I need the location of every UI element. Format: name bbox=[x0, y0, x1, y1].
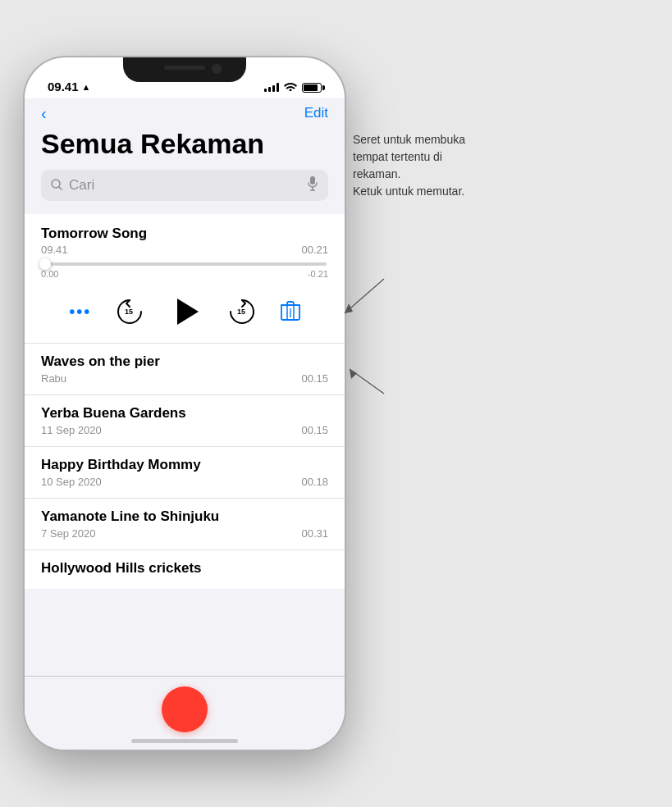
back-button[interactable]: ‹ bbox=[41, 105, 47, 121]
expanded-recording-meta: 09.41 00.21 bbox=[41, 244, 328, 256]
time-display: 09.41 bbox=[48, 80, 79, 93]
item-meta: 7 Sep 2020 00.31 bbox=[41, 527, 328, 540]
play-icon bbox=[177, 299, 199, 325]
home-indicator bbox=[131, 739, 238, 743]
item-duration: 00.15 bbox=[301, 424, 328, 436]
scrubber-start-label: 0.00 bbox=[41, 269, 58, 279]
svg-text:15: 15 bbox=[237, 308, 245, 316]
more-options-button[interactable]: ••• bbox=[69, 303, 91, 321]
svg-line-14 bbox=[350, 369, 384, 394]
search-bar[interactable]: Cari bbox=[41, 170, 328, 201]
svg-text:15: 15 bbox=[125, 308, 133, 316]
item-meta: 11 Sep 2020 00.15 bbox=[41, 424, 328, 436]
expanded-duration: 00.21 bbox=[301, 244, 328, 256]
list-item[interactable]: Waves on the pier Rabu 00.15 bbox=[25, 344, 345, 395]
item-meta: 10 Sep 2020 00.18 bbox=[41, 476, 328, 488]
item-meta: Rabu 00.15 bbox=[41, 372, 328, 385]
scrubber-end-label: -0.21 bbox=[308, 269, 328, 279]
notch bbox=[123, 57, 246, 82]
scrubber-track[interactable] bbox=[43, 262, 327, 266]
recording-list: Waves on the pier Rabu 00.15 Yerba Buena… bbox=[25, 344, 345, 589]
status-icons bbox=[264, 81, 322, 93]
list-item[interactable]: Yerba Buena Gardens 11 Sep 2020 00.15 bbox=[25, 395, 345, 447]
playback-controls: ••• 15 bbox=[41, 282, 328, 343]
location-icon: ▲ bbox=[82, 82, 91, 92]
scrubber[interactable]: 0.00 -0.21 bbox=[41, 256, 328, 282]
scrubber-thumb[interactable] bbox=[39, 258, 51, 270]
delete-button[interactable] bbox=[281, 301, 300, 322]
callout-play-text: Ketuk untuk memutar. bbox=[353, 183, 624, 200]
item-duration: 00.15 bbox=[301, 372, 328, 385]
speaker bbox=[164, 66, 205, 70]
item-date: 11 Sep 2020 bbox=[41, 424, 102, 436]
page-title: Semua Rekaman bbox=[25, 125, 345, 170]
skip-back-button[interactable]: 15 bbox=[115, 297, 144, 326]
more-dots-icon: ••• bbox=[69, 303, 91, 321]
item-title: Hollywood Hills crickets bbox=[41, 560, 328, 577]
item-title: Waves on the pier bbox=[41, 353, 328, 370]
microphone-icon[interactable] bbox=[307, 176, 318, 194]
camera bbox=[212, 64, 222, 74]
annotations: Seret untuk membuka tempat tertentu di r… bbox=[353, 131, 624, 200]
status-time: 09.41 ▲ bbox=[48, 80, 90, 93]
expanded-recording-title: Tomorrow Song bbox=[41, 226, 328, 242]
search-icon bbox=[51, 179, 62, 193]
search-placeholder: Cari bbox=[69, 177, 300, 194]
item-title: Yamanote Line to Shinjuku bbox=[41, 508, 328, 525]
callout-scrubber-text: Seret untuk membuka tempat tertentu di r… bbox=[353, 131, 624, 183]
signal-bars bbox=[264, 83, 279, 92]
svg-marker-13 bbox=[345, 303, 353, 313]
record-button[interactable] bbox=[162, 686, 208, 732]
list-item[interactable]: Hollywood Hills crickets bbox=[25, 550, 345, 589]
svg-marker-15 bbox=[350, 369, 357, 379]
item-title: Happy Birthday Mommy bbox=[41, 457, 328, 473]
battery-icon bbox=[302, 83, 322, 93]
svg-rect-2 bbox=[310, 176, 315, 185]
list-item[interactable]: Happy Birthday Mommy 10 Sep 2020 00.18 bbox=[25, 447, 345, 499]
wifi-icon bbox=[284, 81, 297, 93]
screen: ‹ Edit Semua Rekaman Cari Tomorrow Song bbox=[25, 98, 345, 750]
expanded-recording: Tomorrow Song 09.41 00.21 0.00 -0.21 bbox=[25, 214, 345, 344]
item-date: 10 Sep 2020 bbox=[41, 476, 102, 488]
svg-line-12 bbox=[345, 279, 384, 313]
item-duration: 00.31 bbox=[301, 527, 328, 540]
item-date: 7 Sep 2020 bbox=[41, 527, 96, 540]
item-date: Rabu bbox=[41, 372, 66, 385]
play-button[interactable] bbox=[168, 294, 204, 330]
svg-line-1 bbox=[59, 187, 62, 189]
back-chevron-icon: ‹ bbox=[41, 105, 47, 121]
scrubber-labels: 0.00 -0.21 bbox=[41, 269, 328, 279]
expanded-time-played: 09.41 bbox=[41, 244, 68, 256]
phone-shell: 09.41 ▲ bbox=[25, 57, 345, 750]
bottom-bar bbox=[25, 676, 345, 750]
nav-bar: ‹ Edit bbox=[25, 98, 345, 125]
scene: 09.41 ▲ bbox=[0, 0, 672, 807]
item-title: Yerba Buena Gardens bbox=[41, 405, 328, 422]
item-duration: 00.18 bbox=[301, 476, 328, 488]
skip-forward-button[interactable]: 15 bbox=[227, 297, 257, 326]
list-item[interactable]: Yamanote Line to Shinjuku 7 Sep 2020 00.… bbox=[25, 499, 345, 550]
edit-button[interactable]: Edit bbox=[304, 105, 328, 121]
